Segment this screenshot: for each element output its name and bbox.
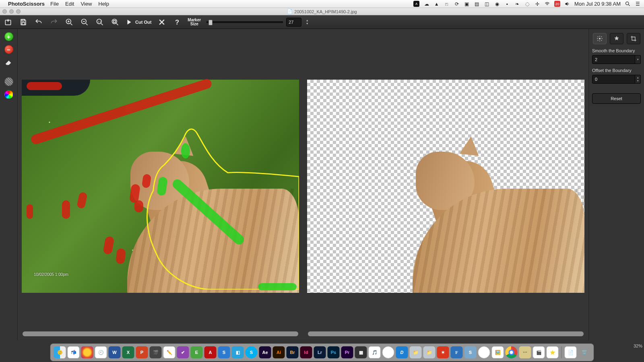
offset-boundary-stepper[interactable]: ▴▾ [635,75,641,84]
color-bg-tool[interactable] [4,90,13,99]
dock-folder2-icon[interactable]: 📁 [423,346,436,358]
cloud2-icon[interactable]: ◉ [494,1,500,7]
dock-snagit-icon[interactable]: S [218,346,230,358]
app-menu[interactable]: PhotoScissors [8,1,45,7]
dock-firefox-icon[interactable] [81,346,93,358]
dock-folder1-icon[interactable]: 📁 [410,346,422,358]
dock-doc-icon[interactable]: 📄 [565,346,577,358]
dock-clock-icon[interactable]: 🕘 [95,346,107,358]
dock-app-s2-icon[interactable]: S [464,346,477,358]
dock-check-icon[interactable]: ✔︎ [177,346,189,358]
dock-powerpoint-icon[interactable]: P [136,346,148,358]
foreground-marker-tool[interactable]: + [4,32,13,41]
dock-skype-icon[interactable]: S [246,346,258,358]
dock-finder-icon[interactable]: 🙂 [54,346,66,358]
zoom-fit-button[interactable] [110,17,120,27]
traffic-lights[interactable] [2,9,21,14]
marker-size-slider[interactable] [206,21,283,23]
dock-pen-icon[interactable]: ✏️ [163,346,175,358]
calendar-tray-icon[interactable]: 20 [554,1,560,7]
dock-app-beige-icon[interactable]: ⋯ [519,346,531,358]
background-marker-tool[interactable]: − [4,45,13,54]
dock-word-icon[interactable]: W [109,346,121,358]
dock-appstore-icon[interactable]: ⊚ [382,346,394,358]
dock-lr-icon[interactable]: Lr [314,346,326,358]
dock-ae-icon[interactable]: Ae [259,346,271,358]
dock-acrobat-icon[interactable]: A [204,346,217,358]
bookmark-icon[interactable]: ◫ [484,1,490,7]
adobe-cc-icon[interactable]: A [413,1,419,7]
reset-button[interactable]: Reset [592,93,641,104]
dock-app-blue-icon[interactable]: ◧ [232,346,244,358]
dock-mail-icon[interactable]: 📬 [68,346,80,358]
menu-help[interactable]: Help [98,1,109,7]
source-hscrollbar[interactable] [23,331,298,336]
box1-icon[interactable]: ▣ [464,1,470,7]
transparent-bg-tool[interactable] [4,77,13,86]
dock-app-f-icon[interactable]: F [451,346,463,358]
result-pane[interactable] [305,31,587,339]
tab-crop[interactable] [627,33,640,44]
menu-clock[interactable]: Mon Jul 20 9:38 AM [574,1,621,7]
open-button[interactable] [3,17,13,27]
zoom-in-button[interactable] [64,17,74,27]
save-button[interactable] [19,17,28,27]
box2-icon[interactable]: ▤ [474,1,480,7]
main-toolbar: 1:1 Cut Out ? Marker Size 27 ▲▼ [0,15,644,29]
cutout-button[interactable]: Cut Out [126,19,151,26]
dock-lens-icon[interactable]: ◎ [478,346,490,358]
dock-id-icon[interactable]: Id [300,346,312,358]
menu-view[interactable]: View [80,1,92,7]
dock-star-icon[interactable]: ⭐ [547,346,559,358]
notifications-icon[interactable]: ☰ [635,1,641,7]
tab-settings[interactable] [593,33,607,44]
evernote-tray-icon[interactable]: ❧ [514,1,520,7]
dock-chrome-icon[interactable] [506,346,518,358]
dock-app-red-icon[interactable]: ✶ [437,346,449,358]
eraser-tool[interactable] [4,58,13,67]
zoom-out-button[interactable] [80,17,89,27]
dock-app-d-icon[interactable]: D [396,346,408,358]
square-icon[interactable]: ▪︎ [504,1,510,7]
sync-icon[interactable]: ⟳ [454,1,460,7]
dock-app-dark-icon[interactable]: ▦ [355,346,367,358]
volume-icon[interactable] [564,1,570,7]
dock-trash-icon[interactable]: 🗑️ [578,346,590,358]
wifi-icon[interactable] [544,1,550,7]
menu-edit[interactable]: Edit [65,1,74,7]
menu-file[interactable]: File [50,1,59,7]
result-image [307,80,584,293]
source-pane[interactable]: 10/02/2005 1:00pm [19,31,301,339]
zoom-actual-button[interactable]: 1:1 [95,17,105,27]
redo-button[interactable] [49,17,59,27]
cancel-button[interactable] [157,17,167,27]
dock-pr-icon[interactable]: Pr [341,346,353,358]
cloud-icon[interactable]: ☁︎ [423,1,429,7]
offset-boundary-value[interactable]: 0 [592,75,635,84]
dock-evernote-icon[interactable]: E [191,346,203,358]
marker-size-stepper[interactable]: ▲▼ [305,19,310,25]
source-image[interactable]: 10/02/2005 1:00pm [22,80,299,293]
circle-icon[interactable]: ◌ [524,1,530,7]
dock-br-icon[interactable]: Br [287,346,299,358]
help-button[interactable]: ? [172,17,182,27]
dock-preview-icon[interactable]: 🖼️ [492,346,504,358]
dock-imovie-icon[interactable]: 🎬 [150,346,162,358]
undo-button[interactable] [34,17,43,27]
dock-excel-icon[interactable]: X [122,346,134,358]
dock-ps-icon[interactable]: Ps [328,346,340,358]
target-icon[interactable]: ✢ [534,1,540,7]
result-hscrollbar[interactable] [308,331,584,336]
dock-clapper-icon[interactable]: 🎬 [533,346,545,358]
marker-size-value[interactable]: 27 [286,18,301,27]
tab-effects[interactable] [610,33,623,44]
dock-itunes-icon[interactable]: 🎵 [369,346,381,358]
gdrive-icon[interactable]: ▲ [433,1,440,7]
smooth-boundary-dropdown[interactable]: ▾ [635,55,641,64]
dock-ai-icon[interactable]: Ai [273,346,285,358]
marker-size-label: Marker Size [188,18,201,26]
smooth-boundary-value[interactable]: 2 [592,55,635,64]
dropbox-icon[interactable]: ⏍ [444,1,450,7]
spotlight-icon[interactable] [625,1,631,7]
svg-point-11 [599,38,601,39]
